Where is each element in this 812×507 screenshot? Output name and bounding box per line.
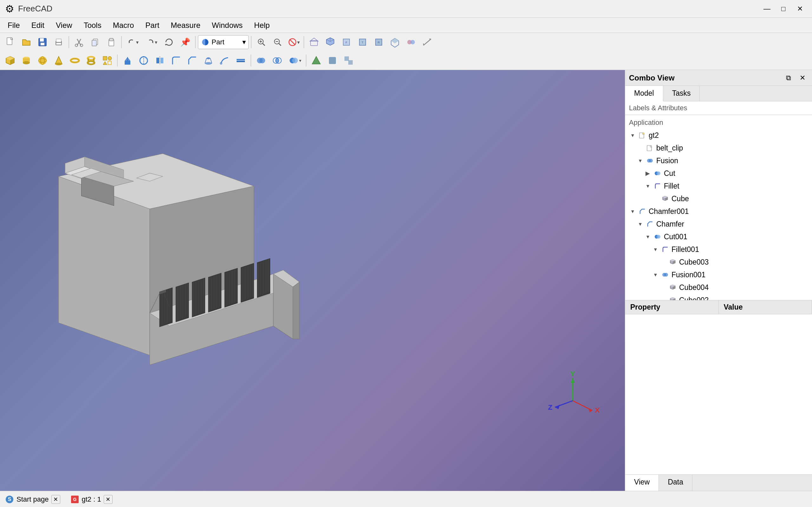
gt2-tab[interactable]: G gt2 : 1 ✕ [70, 495, 113, 504]
cylinder-button[interactable] [19, 53, 34, 68]
cube-nav-button[interactable] [322, 35, 338, 50]
tree-item-cube004[interactable]: ▶ Cube004 [625, 281, 812, 294]
save-button[interactable] [35, 35, 50, 50]
toggle-gt2[interactable]: ▾ [629, 132, 636, 139]
tree-item-belt-clip[interactable]: ▶ belt_clip [625, 142, 812, 154]
toggle-fusion[interactable]: ▾ [637, 157, 644, 164]
tube-button[interactable] [84, 53, 99, 68]
gt2-tab-close[interactable]: ✕ [104, 495, 113, 504]
measure-button[interactable] [420, 35, 435, 50]
svg-rect-3 [41, 43, 44, 45]
part-from-sketch-button[interactable] [309, 53, 324, 68]
solid-button[interactable] [325, 53, 340, 68]
compound-button[interactable] [341, 53, 356, 68]
cut-button[interactable] [71, 35, 87, 50]
sweep-button[interactable] [217, 53, 232, 68]
start-page-close[interactable]: ✕ [51, 495, 60, 504]
menu-item-macro[interactable]: Macro [108, 19, 139, 32]
primitives-button[interactable] [100, 53, 115, 68]
label-cube004: Cube004 [679, 283, 709, 292]
union-button[interactable] [253, 53, 269, 68]
cone-button[interactable] [51, 53, 66, 68]
toggle-chamfer[interactable]: ▾ [637, 221, 644, 228]
menu-item-part[interactable]: Part [140, 19, 164, 32]
print-button[interactable] [51, 35, 66, 50]
bottom-tab-data[interactable]: Data [659, 475, 693, 491]
no-draw-button[interactable]: ▾ [286, 35, 301, 50]
zoom-in-button[interactable] [270, 35, 285, 50]
tree-item-gt2[interactable]: ▾ gt2 [625, 129, 812, 142]
home-view-button[interactable] [306, 35, 322, 50]
close-button[interactable]: ✕ [793, 3, 807, 14]
sphere-button[interactable] [35, 53, 50, 68]
gt2-icon: G [70, 495, 79, 504]
tree-item-fusion001[interactable]: ▾ Fusion001 [625, 268, 812, 281]
chamfer-button[interactable] [185, 53, 200, 68]
bottom-tab-view[interactable]: View [625, 475, 659, 491]
tab-tasks[interactable]: Tasks [663, 86, 700, 101]
tree-item-cut001[interactable]: ▾ Cut001 [625, 230, 812, 243]
paste-button[interactable] [104, 35, 119, 50]
loft-button[interactable] [201, 53, 216, 68]
mirror-button[interactable] [152, 53, 167, 68]
gt2-tab-label: gt2 : 1 [82, 495, 101, 504]
tree-item-cube002[interactable]: ▶ Cube002 [625, 294, 812, 300]
front-view-button[interactable]: F [339, 35, 354, 50]
thickness-button[interactable] [233, 53, 248, 68]
tree-area[interactable]: Application ▾ gt2 ▶ belt_clip [625, 115, 812, 300]
toggle-fillet001[interactable]: ▾ [652, 246, 659, 253]
stereo-button[interactable] [403, 35, 419, 50]
label-gt2: gt2 [649, 131, 659, 140]
tree-item-cube[interactable]: ▶ Cube [625, 192, 812, 205]
axonometric-button[interactable] [387, 35, 403, 50]
maximize-button[interactable]: □ [776, 3, 791, 14]
new-button[interactable] [3, 35, 18, 50]
minimize-button[interactable]: — [760, 3, 774, 14]
toggle-fusion001[interactable]: ▾ [652, 271, 659, 278]
svg-line-20 [263, 43, 265, 46]
tree-item-chamfer[interactable]: ▾ Chamfer [625, 218, 812, 230]
menu-item-tools[interactable]: Tools [79, 19, 107, 32]
viewport[interactable]: X Y Z [0, 70, 625, 491]
torus-button[interactable] [67, 53, 83, 68]
menu-item-view[interactable]: View [51, 19, 78, 32]
open-button[interactable] [19, 35, 34, 50]
subtraction-button[interactable]: ▾ [286, 53, 304, 68]
svg-rect-12 [92, 40, 96, 46]
menu-item-file[interactable]: File [3, 19, 25, 32]
revolve-button[interactable] [136, 53, 151, 68]
tree-item-fillet[interactable]: ▾ Fillet [625, 180, 812, 192]
toggle-chamfer001[interactable]: ▾ [629, 208, 636, 215]
extrude-button[interactable] [120, 53, 135, 68]
start-page-tab[interactable]: S Start page ✕ [5, 495, 60, 504]
toggle-cut[interactable]: ▶ [644, 170, 651, 177]
refresh-button[interactable] [161, 35, 177, 50]
tree-item-fusion[interactable]: ▾ Fusion [625, 154, 812, 167]
zoom-fit-button[interactable] [254, 35, 269, 50]
box-button[interactable] [3, 53, 18, 68]
workbench-dropdown[interactable]: Part [198, 35, 249, 49]
toggle-fillet[interactable]: ▾ [644, 182, 651, 189]
combo-close-button[interactable]: ✕ [797, 72, 808, 83]
menu-item-help[interactable]: Help [249, 19, 275, 32]
undo-button[interactable]: ▾ [124, 35, 142, 50]
redo-button[interactable]: ▾ [143, 35, 160, 50]
tree-item-fillet001[interactable]: ▾ Fillet001 [625, 243, 812, 256]
copy-button[interactable] [88, 35, 103, 50]
tree-item-cut[interactable]: ▶ Cut [625, 167, 812, 180]
menu-item-windows[interactable]: Windows [207, 19, 248, 32]
right-view-button[interactable]: R [371, 35, 386, 50]
bookmark-button[interactable]: 📌 [177, 35, 193, 50]
menu-item-edit[interactable]: Edit [26, 19, 49, 32]
toggle-cut001[interactable]: ▾ [644, 233, 651, 240]
tab-model[interactable]: Model [625, 86, 663, 101]
start-icon: S [5, 495, 14, 504]
combo-float-button[interactable]: ⧉ [783, 72, 794, 83]
menu-item-measure[interactable]: Measure [165, 19, 205, 32]
fillet-button[interactable] [168, 53, 184, 68]
tree-item-chamfer001[interactable]: ▾ Chamfer001 [625, 205, 812, 218]
icon-cube003 [668, 258, 677, 267]
top-view-button[interactable]: T [355, 35, 370, 50]
tree-item-cube003[interactable]: ▶ Cube003 [625, 256, 812, 268]
intersection-button[interactable] [270, 53, 285, 68]
